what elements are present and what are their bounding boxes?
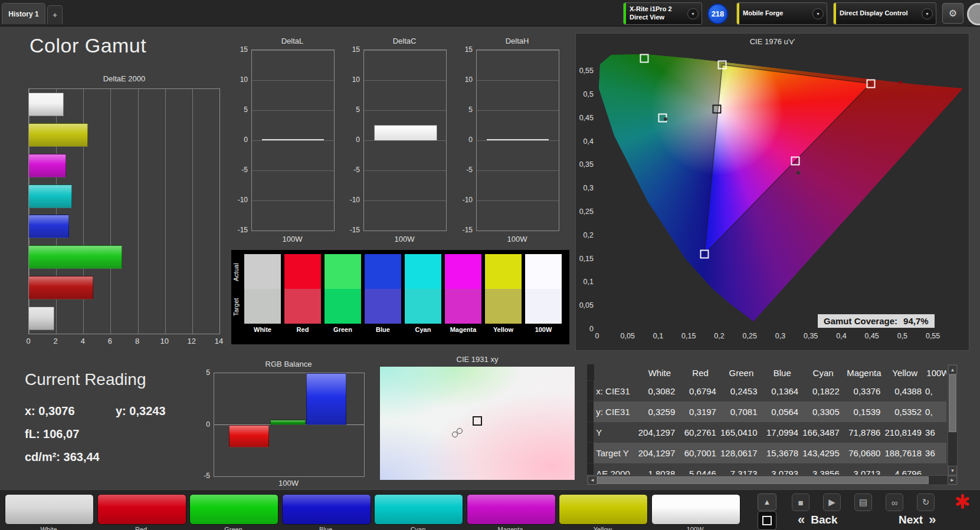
deltae2000-plot bbox=[28, 88, 220, 334]
deltae-bar-row bbox=[29, 212, 219, 242]
deltal-chart: DeltaL151050-5-10-15100W bbox=[232, 37, 334, 249]
table-row[interactable]: x: CIE310,30820,67940,24530,13640,18220,… bbox=[587, 381, 946, 401]
pattern-window-button[interactable] bbox=[758, 511, 776, 530]
patch-button-100w[interactable] bbox=[651, 494, 740, 525]
refresh-button[interactable]: ↻ bbox=[917, 493, 935, 511]
edge-button[interactable] bbox=[967, 3, 980, 25]
deltae-bar-blue bbox=[29, 215, 69, 238]
cie1976-panel: CIE 1976 u'v' 00,050,10,150,20,250,30,35… bbox=[575, 33, 969, 351]
stop-button[interactable]: ■ bbox=[792, 493, 809, 511]
patch-button-red[interactable] bbox=[97, 494, 186, 525]
up-arrow-icon: ▲ bbox=[950, 367, 955, 373]
scroll-up-button[interactable]: ▲ bbox=[948, 365, 957, 374]
play-button[interactable]: ▶ bbox=[823, 493, 841, 511]
control-label: Direct Display Control bbox=[836, 9, 922, 18]
swatch-column-100w: 100W bbox=[525, 254, 562, 333]
scroll-down-button[interactable]: ▼ bbox=[948, 466, 957, 475]
row-label: Y bbox=[594, 427, 636, 437]
patch-button-blue[interactable] bbox=[282, 494, 371, 525]
row-label: ΔE 2000 bbox=[594, 469, 636, 475]
plus-icon: + bbox=[53, 11, 57, 19]
cie-x-tick: 0,25 bbox=[743, 332, 757, 340]
page-title: Color Gamut bbox=[30, 34, 146, 57]
deltae-bar-yellow bbox=[29, 123, 88, 147]
patch-button-white[interactable] bbox=[5, 494, 94, 525]
column-header-magenta: Magenta bbox=[844, 368, 884, 378]
add-tab-button[interactable]: + bbox=[47, 5, 63, 24]
save-button[interactable]: ▤ bbox=[854, 493, 872, 511]
gamut-coverage-value: 94,7% bbox=[903, 316, 929, 326]
deltac-bar bbox=[374, 125, 438, 141]
swatch-label: White bbox=[244, 326, 281, 333]
measurement-count-badge[interactable]: 218 bbox=[707, 4, 728, 24]
table-row[interactable]: Target Y204,129760,7001128,061715,367814… bbox=[587, 443, 946, 463]
table-cell: 166,3487 bbox=[801, 427, 842, 437]
deltac-plot bbox=[363, 50, 447, 231]
rgb-bar-green bbox=[270, 420, 306, 425]
table-row[interactable]: ΔE 20001,80385,04467,31733,07933,38563,0… bbox=[587, 463, 946, 475]
column-header-blue: Blue bbox=[762, 368, 802, 378]
patch-button-cyan[interactable] bbox=[374, 494, 463, 525]
cie1976-diagram bbox=[597, 53, 966, 329]
meter-dropdown[interactable]: X-Rite i1Pro 2 Direct View ▼ bbox=[623, 2, 702, 25]
rgb-balance-y-axis: 50-5 bbox=[195, 373, 211, 476]
table-cell: 60,2761 bbox=[677, 427, 719, 437]
window-icon bbox=[762, 516, 772, 525]
table-cell: 17,0994 bbox=[760, 427, 801, 437]
horizontal-scroll-thumb[interactable] bbox=[597, 476, 929, 484]
column-header-white: White bbox=[639, 368, 680, 378]
table-cell: 0,1822 bbox=[801, 386, 842, 396]
actual-swatch-blue bbox=[365, 254, 401, 289]
rgb-bar-blue bbox=[306, 373, 346, 425]
settings-button[interactable]: ⚙ bbox=[942, 3, 963, 24]
stop-icon: ■ bbox=[798, 498, 803, 508]
link-button[interactable]: ∞ bbox=[886, 493, 903, 511]
patch-button-yellow[interactable] bbox=[559, 494, 648, 525]
table-cell: 0,1539 bbox=[842, 407, 883, 417]
back-chevron-icon: « bbox=[798, 512, 805, 528]
actual-swatch-100w bbox=[525, 254, 562, 289]
deltal-x-label: 100W bbox=[251, 235, 333, 243]
table-cell: 3,0713 bbox=[842, 469, 883, 475]
scroll-left-button[interactable]: ◄ bbox=[588, 476, 597, 485]
rgb-y-tick: -5 bbox=[204, 472, 210, 480]
horizontal-scrollbar[interactable]: ◄ ► bbox=[587, 475, 958, 485]
y-tick: 5 bbox=[244, 106, 248, 114]
target-swatch-red bbox=[284, 289, 321, 324]
table-gutter bbox=[587, 401, 594, 422]
deltae-x-tick: 6 bbox=[108, 337, 112, 345]
deltae2000-x-axis: 02468101214 bbox=[28, 337, 219, 346]
cie1976-title: CIE 1976 u'v' bbox=[576, 37, 969, 46]
y-tick: -10 bbox=[463, 196, 473, 204]
patch-button-magenta[interactable] bbox=[467, 494, 556, 525]
cie-x-tick: 0,1 bbox=[653, 332, 663, 340]
source-dropdown[interactable]: Mobile Forge ▼ bbox=[736, 2, 827, 25]
patch-button-green[interactable] bbox=[189, 494, 278, 525]
display-control-dropdown[interactable]: Direct Display Control ▼ bbox=[833, 2, 936, 25]
cie1931-field bbox=[380, 367, 575, 480]
cie1976-x-axis: 00,050,10,150,20,250,30,350,40,450,50,55 bbox=[597, 332, 966, 341]
table-cell: 7,3173 bbox=[719, 469, 760, 475]
y-tick: -10 bbox=[238, 196, 248, 204]
y-tick: -15 bbox=[463, 226, 473, 234]
deltae-bar-100w bbox=[29, 307, 54, 330]
table-row[interactable]: Y204,129760,2761165,041017,0994166,34877… bbox=[587, 422, 946, 443]
back-button[interactable]: « Back bbox=[798, 512, 838, 528]
next-button[interactable]: Next » bbox=[899, 512, 936, 528]
current-reading: Current Reading x: 0,3076 y: 0,3243 fL: … bbox=[25, 370, 146, 389]
deltae-bar-row bbox=[29, 89, 219, 120]
scroll-right-button[interactable]: ► bbox=[948, 476, 957, 485]
row-label: y: CIE31 bbox=[594, 407, 636, 417]
column-header-100w: 100W bbox=[925, 368, 946, 378]
rgb-y-tick: 5 bbox=[206, 368, 210, 377]
table-cell: 0, bbox=[924, 407, 946, 417]
cie-y-tick: 0,25 bbox=[579, 208, 594, 216]
history-tab[interactable]: History 1 bbox=[2, 3, 45, 24]
patch-label: White bbox=[5, 526, 93, 530]
patch-label: Yellow bbox=[559, 526, 647, 530]
vertical-scroll-thumb[interactable] bbox=[949, 374, 956, 432]
deltae-x-tick: 2 bbox=[54, 337, 58, 345]
table-row[interactable]: y: CIE310,32590,31970,70810,05640,33050,… bbox=[587, 401, 946, 422]
panel-up-button[interactable]: ▲ bbox=[758, 493, 776, 511]
vertical-scrollbar[interactable]: ▲ ▼ bbox=[948, 364, 958, 476]
